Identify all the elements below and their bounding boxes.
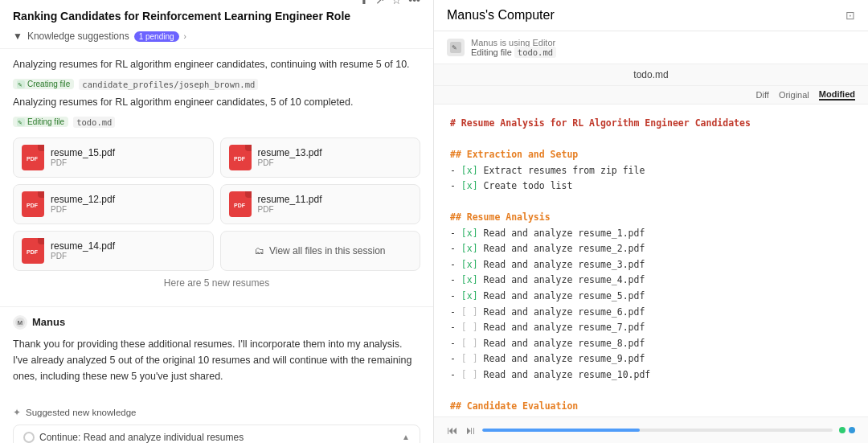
manus-section: M Manus Thank you for providing these ad…	[0, 306, 433, 400]
skip-back-icon[interactable]: ⏮	[447, 424, 458, 437]
star-icon[interactable]: ☆	[391, 0, 402, 6]
code-line: - [x] Read and analyze resume_4.pdf	[450, 273, 852, 289]
svg-text:PDF: PDF	[234, 156, 246, 162]
code-line: - [ ] Read and analyze resume_10.pdf	[450, 367, 852, 384]
pdf-item[interactable]: PDF resume_12.pdf PDF	[13, 184, 214, 224]
diff-button[interactable]: Diff	[756, 90, 769, 100]
code-line: - [x] Read and analyze resume_3.pdf	[450, 257, 852, 273]
manus-avatar: M	[13, 315, 27, 330]
chevron-up-icon[interactable]: ▲	[402, 433, 410, 441]
pdf-item[interactable]: PDF resume_11.pdf PDF	[220, 184, 421, 224]
pdf-type: PDF	[51, 158, 115, 167]
knowledge-suggestions-label: Knowledge suggestions	[27, 31, 129, 42]
knowledge-suggestions[interactable]: ▼ Knowledge suggestions 1 pending ›	[13, 31, 420, 42]
share-icon[interactable]: ↗	[375, 0, 385, 6]
code-line	[450, 195, 852, 211]
analyzing-text-1: Analyzing resumes for RL algorithm engin…	[13, 57, 420, 72]
code-line: ## Extraction and Setup	[450, 147, 852, 163]
monitor-icon[interactable]: ⊡	[845, 9, 855, 22]
continue-header: Continue: Read and analyze individual re…	[23, 432, 410, 443]
creating-icon: ✎ Creating file	[13, 79, 74, 89]
editor-toolbar: Diff Original Modified	[434, 86, 868, 105]
file-title-bar: todo.md	[434, 64, 868, 86]
pdf-type: PDF	[51, 205, 115, 214]
pdf-name: resume_14.pdf	[51, 240, 115, 252]
here-are-text: Here are 5 new resumes	[13, 277, 420, 289]
code-line: - [x] Read and analyze resume_1.pdf	[450, 226, 852, 242]
pdf-info: resume_14.pdf PDF	[51, 240, 115, 260]
pdf-type: PDF	[258, 158, 322, 167]
editing-file-code: todo.md	[514, 47, 556, 58]
pdf-info: resume_15.pdf PDF	[51, 147, 115, 167]
code-line	[450, 132, 852, 148]
progress-bar[interactable]	[482, 429, 833, 432]
folder-icon: 🗂	[255, 245, 264, 256]
continue-header-left: Continue: Read and analyze individual re…	[23, 432, 244, 443]
pdf-type: PDF	[258, 205, 322, 214]
modified-button[interactable]: Modified	[819, 89, 855, 100]
manus-response-text: Thank you for providing these additional…	[13, 336, 420, 384]
code-area: # Resume Analysis for RL Algorithm Engin…	[434, 105, 868, 416]
svg-text:✎: ✎	[452, 44, 457, 51]
view-all-label: View all files in this session	[269, 245, 386, 256]
svg-text:✎: ✎	[18, 82, 23, 88]
pdf-name: resume_12.pdf	[51, 194, 115, 205]
blue-dot	[849, 427, 855, 433]
pdf-item[interactable]: PDF resume_14.pdf PDF	[13, 231, 214, 271]
continue-label: Continue: Read and analyze individual re…	[39, 432, 244, 443]
manus-label: M Manus	[13, 315, 420, 330]
manus-name: Manus	[32, 316, 65, 328]
editing-label: Editing file	[27, 117, 64, 126]
pdf-info: resume_13.pdf PDF	[258, 147, 322, 167]
creating-file-path: candidate_profiles/joseph_brown.md	[79, 79, 258, 90]
pdf-icon: PDF	[22, 145, 44, 170]
pdf-item[interactable]: PDF resume_15.pdf PDF	[13, 137, 214, 178]
pending-badge: 1 pending	[134, 31, 179, 42]
pdf-name: resume_13.pdf	[258, 147, 322, 158]
suggested-knowledge-label: Suggested new knowledge	[26, 408, 136, 417]
pdf-info: resume_12.pdf PDF	[51, 194, 115, 214]
original-button[interactable]: Original	[779, 90, 809, 100]
editing-file-text: Editing file todo.md	[471, 47, 556, 57]
code-line: - [x] Read and analyze resume_5.pdf	[450, 289, 852, 305]
analyzing-text-2: Analyzing resumes for RL algorithm engin…	[13, 95, 420, 110]
left-content: Analyzing resumes for RL algorithm engin…	[0, 49, 433, 306]
header-icons: ⬆ ↗ ☆ •••	[359, 0, 420, 6]
play-icon[interactable]: ⏯	[465, 424, 476, 437]
code-line: - [ ] Read and analyze resume_9.pdf	[450, 351, 852, 367]
right-panel-title: Manus's Computer	[447, 8, 555, 23]
chevron-down-icon: ▼	[13, 31, 23, 42]
code-line: # Resume Analysis for RL Algorithm Engin…	[450, 116, 852, 132]
code-line: - [ ] Read and analyze resume_8.pdf	[450, 336, 852, 352]
suggested-knowledge[interactable]: ✦ Suggested new knowledge	[13, 407, 420, 418]
svg-text:PDF: PDF	[27, 156, 39, 162]
upload-icon[interactable]: ⬆	[359, 0, 369, 6]
creating-file-action: ✎ Creating file candidate_profiles/josep…	[13, 79, 420, 90]
editing-file-name: todo.md	[73, 117, 115, 128]
code-line: ## Resume Analysis	[450, 210, 852, 226]
pdf-icon: PDF	[229, 145, 252, 170]
progress-bar-fill	[482, 429, 640, 432]
pdf-name: resume_11.pdf	[258, 194, 322, 205]
star-small-icon: ✦	[13, 407, 21, 418]
creating-label: Creating file	[27, 80, 70, 88]
more-icon[interactable]: •••	[408, 0, 420, 6]
chevron-right-icon: ›	[184, 32, 186, 41]
green-dot	[839, 427, 845, 433]
right-panel: Manus's Computer ⊡ ✎ Manus is using Edit…	[434, 0, 868, 443]
right-header: Manus's Computer ⊡	[434, 0, 868, 31]
pdf-item[interactable]: PDF resume_13.pdf PDF	[220, 137, 421, 178]
editing-file-action: ✎ Editing file todo.md	[13, 117, 420, 128]
computer-subheader: ✎ Manus is using Editor Editing file tod…	[434, 31, 868, 64]
bottom-actions: ✦ Suggested new knowledge Continue: Read…	[0, 400, 433, 444]
code-line	[450, 383, 852, 399]
progress-dots	[839, 427, 855, 433]
svg-text:PDF: PDF	[27, 203, 39, 208]
left-panel: Ranking Candidates for Reinforcement Lea…	[0, 0, 434, 443]
pdf-info: resume_11.pdf PDF	[258, 194, 322, 214]
pdf-type: PDF	[51, 252, 115, 260]
page-title: Ranking Candidates for Reinforcement Lea…	[13, 10, 350, 23]
svg-text:PDF: PDF	[234, 203, 246, 208]
editor-icon: ✎	[447, 39, 465, 56]
view-all-files-button[interactable]: 🗂 View all files in this session	[220, 231, 421, 271]
